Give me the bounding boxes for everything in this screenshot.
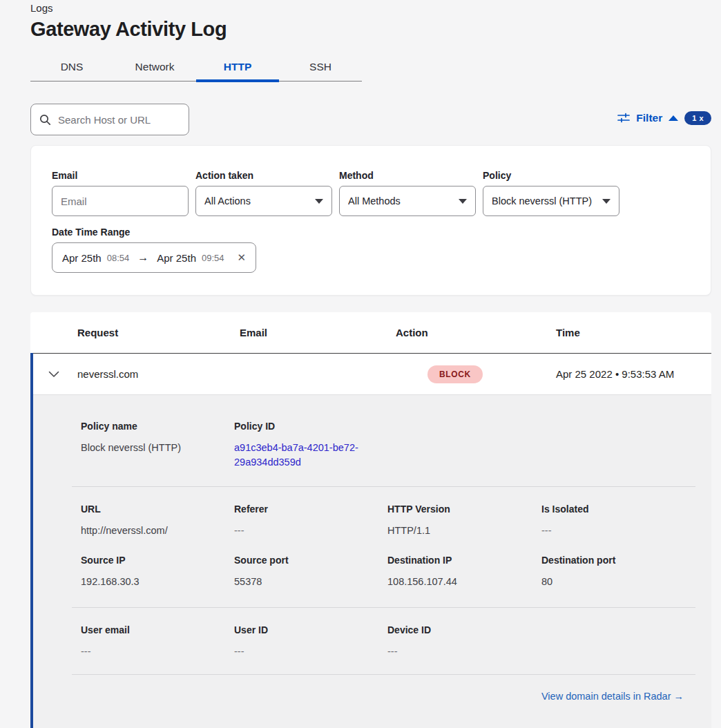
- table-header-row: Request Email Action Time: [30, 312, 711, 353]
- table-row[interactable]: neverssl.com BLOCK Apr 25 2022 • 9:53:53…: [30, 353, 711, 394]
- detail-source-port: Source port 55378: [234, 554, 387, 589]
- tab-ssh[interactable]: SSH: [279, 52, 362, 81]
- filter-label: Filter: [636, 112, 662, 124]
- filter-panel: Email Action taken All Actions Method Al…: [30, 145, 711, 296]
- row-details-panel: Policy name Block neverssl (HTTP) Policy…: [30, 394, 711, 728]
- divider: [72, 607, 695, 608]
- chevron-down-icon: [602, 199, 611, 204]
- arrow-right-icon: →: [137, 251, 148, 264]
- detail-user-id: User ID ---: [234, 624, 387, 659]
- detail-user-email: User email ---: [81, 624, 234, 659]
- detail-device-id: Device ID ---: [387, 624, 541, 659]
- row-time: Apr 25 2022 • 9:53:53 AM: [556, 368, 711, 380]
- search-icon: [39, 114, 51, 126]
- column-header-time: Time: [556, 327, 711, 338]
- policy-id-link[interactable]: a91c3eb4-ba7a-4201-be72-29a934dd359d: [234, 441, 372, 470]
- gateway-activity-log-page: Logs Gateway Activity Log DNS Network HT…: [0, 0, 721, 728]
- tab-dns[interactable]: DNS: [30, 52, 113, 81]
- date-time-range-label: Date Time Range: [52, 227, 130, 238]
- end-time: 09:54: [202, 253, 224, 263]
- detail-row-network: Source IP 192.168.30.3 Source port 55378…: [30, 554, 711, 589]
- detail-policy-id: Policy ID a91c3eb4-ba7a-4201-be72-29a934…: [234, 420, 387, 470]
- collapse-caret-icon: [669, 115, 678, 121]
- end-date: Apr 25th: [157, 252, 196, 264]
- divider: [72, 674, 695, 675]
- column-header-request: Request: [77, 327, 240, 338]
- arrow-right-icon: →: [674, 691, 684, 702]
- start-time: 08:54: [107, 253, 130, 263]
- detail-referer: Referer ---: [234, 503, 387, 538]
- active-tab-underline: [196, 79, 279, 82]
- email-field[interactable]: [52, 186, 189, 216]
- detail-destination-ip: Destination IP 108.156.107.44: [387, 554, 541, 589]
- clear-date-range-icon[interactable]: ✕: [237, 251, 246, 264]
- column-header-email: Email: [240, 327, 396, 338]
- chevron-down-icon: [48, 371, 59, 378]
- email-input[interactable]: [61, 195, 180, 207]
- filter-count-badge[interactable]: 1 x: [684, 111, 711, 125]
- search-box[interactable]: [30, 104, 189, 135]
- radar-details-link[interactable]: View domain details in Radar →: [541, 691, 684, 702]
- filter-sliders-icon: [617, 113, 630, 124]
- search-input[interactable]: [58, 114, 180, 126]
- detail-url: URL http://neverssl.com/: [81, 503, 234, 538]
- detail-row-user: User email --- User ID --- Device ID ---: [30, 624, 711, 659]
- filter-toggle[interactable]: Filter 1 x: [617, 108, 711, 128]
- breadcrumb[interactable]: Logs: [30, 2, 53, 14]
- date-time-range-picker[interactable]: Apr 25th 08:54 → Apr 25th 09:54 ✕: [52, 242, 256, 273]
- detail-policy-name: Policy name Block neverssl (HTTP): [81, 420, 234, 470]
- detail-http-version: HTTP Version HTTP/1.1: [387, 503, 541, 538]
- log-table: Request Email Action Time neverssl.com B…: [30, 312, 711, 728]
- tab-http[interactable]: HTTP: [196, 52, 279, 81]
- row-action: BLOCK: [396, 365, 556, 383]
- detail-row-http: URL http://neverssl.com/ Referer --- HTT…: [30, 503, 711, 538]
- action-taken-label: Action taken: [195, 170, 253, 181]
- policy-label: Policy: [483, 170, 511, 181]
- row-request: neverssl.com: [77, 368, 240, 380]
- method-select[interactable]: All Methods: [339, 186, 476, 216]
- start-date: Apr 25th: [62, 252, 102, 264]
- email-label: Email: [52, 170, 77, 181]
- detail-row-policy: Policy name Block neverssl (HTTP) Policy…: [30, 420, 711, 470]
- expand-chevron-cell[interactable]: [30, 371, 77, 378]
- selected-row-indicator: [30, 353, 33, 728]
- detail-source-ip: Source IP 192.168.30.3: [81, 554, 234, 589]
- tab-network[interactable]: Network: [113, 52, 196, 81]
- chevron-down-icon: [459, 199, 467, 204]
- column-header-action: Action: [396, 327, 556, 338]
- divider: [72, 486, 695, 487]
- detail-destination-port: Destination port 80: [541, 554, 695, 589]
- policy-select[interactable]: Block neverssl (HTTP): [483, 186, 619, 216]
- detail-is-isolated: Is Isolated ---: [541, 503, 695, 538]
- page-title: Gateway Activity Log: [30, 18, 227, 41]
- chevron-down-icon: [315, 199, 323, 204]
- method-label: Method: [339, 170, 374, 181]
- action-taken-select[interactable]: All Actions: [195, 186, 332, 216]
- block-badge: BLOCK: [427, 365, 483, 383]
- tab-bar: DNS Network HTTP SSH: [30, 52, 362, 82]
